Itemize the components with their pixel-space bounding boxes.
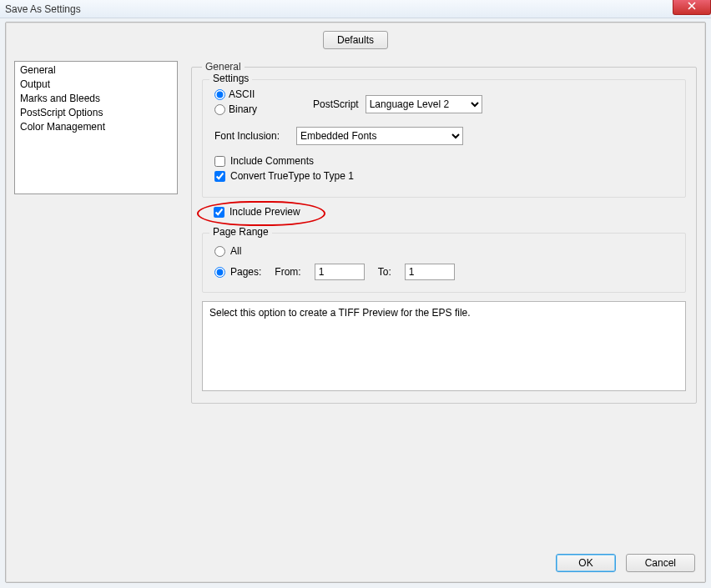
panel-general: General Settings ASCII: [191, 61, 697, 404]
sidebar-item-postscript-options[interactable]: PostScript Options: [18, 106, 174, 120]
dialog-footer: OK Cancel: [556, 554, 695, 572]
format-binary-option[interactable]: Binary: [214, 103, 290, 115]
sidebar-item-general[interactable]: General: [18, 63, 174, 78]
page-range-to-label: To:: [378, 266, 391, 278]
ok-button[interactable]: OK: [556, 554, 615, 572]
page-range-all-label: All: [230, 245, 241, 257]
sidebar-item-color-management[interactable]: Color Management: [18, 120, 174, 134]
close-button[interactable]: [673, 0, 711, 15]
format-ascii-label: ASCII: [229, 88, 255, 100]
postscript-select[interactable]: Language Level 2: [366, 95, 482, 113]
page-range-all-radio[interactable]: [214, 246, 225, 257]
close-icon: [688, 2, 696, 12]
convert-truetype-checkbox[interactable]: [214, 171, 225, 182]
include-preview-checkbox[interactable]: [214, 207, 224, 218]
settings-group: Settings ASCII Binary: [202, 79, 686, 198]
font-inclusion-label: Font Inclusion:: [214, 130, 290, 142]
include-comments-label: Include Comments: [230, 155, 314, 167]
postscript-label: PostScript: [313, 98, 359, 110]
settings-legend: Settings: [209, 73, 252, 84]
page-range-from-label: From:: [275, 266, 300, 278]
page-range-from-input[interactable]: [315, 264, 365, 280]
help-text: Select this option to create a TIFF Prev…: [209, 307, 471, 319]
title-bar: Save As Settings: [0, 0, 711, 18]
page-range-pages-label: Pages:: [230, 266, 261, 278]
font-inclusion-select[interactable]: Embedded Fonts: [296, 127, 463, 145]
format-ascii-option[interactable]: ASCII: [214, 88, 290, 100]
sidebar-item-marks-bleeds[interactable]: Marks and Bleeds: [18, 92, 174, 106]
panel-heading: General: [202, 61, 245, 73]
sidebar-item-output[interactable]: Output: [18, 78, 174, 92]
page-range-all-option[interactable]: All: [214, 245, 673, 257]
format-binary-radio[interactable]: [214, 104, 225, 115]
category-list[interactable]: General Output Marks and Bleeds PostScri…: [14, 61, 178, 194]
format-ascii-radio[interactable]: [214, 89, 225, 100]
defaults-button[interactable]: Defaults: [323, 31, 388, 49]
dialog-frame: Defaults General Output Marks and Bleeds…: [5, 22, 706, 583]
include-preview-label: Include Preview: [229, 206, 300, 218]
include-comments-checkbox[interactable]: [214, 156, 225, 167]
page-range-group: Page Range All Pages: From:: [202, 233, 686, 293]
page-range-to-input[interactable]: [405, 264, 455, 280]
cancel-button[interactable]: Cancel: [626, 554, 695, 572]
format-binary-label: Binary: [229, 103, 257, 115]
page-range-legend: Page Range: [209, 226, 272, 238]
convert-truetype-label: Convert TrueType to Type 1: [230, 170, 354, 182]
help-text-box: Select this option to create a TIFF Prev…: [202, 301, 686, 391]
page-range-pages-radio[interactable]: [214, 267, 225, 278]
page-range-pages-option[interactable]: Pages:: [214, 266, 261, 278]
window-title: Save As Settings: [5, 3, 81, 15]
